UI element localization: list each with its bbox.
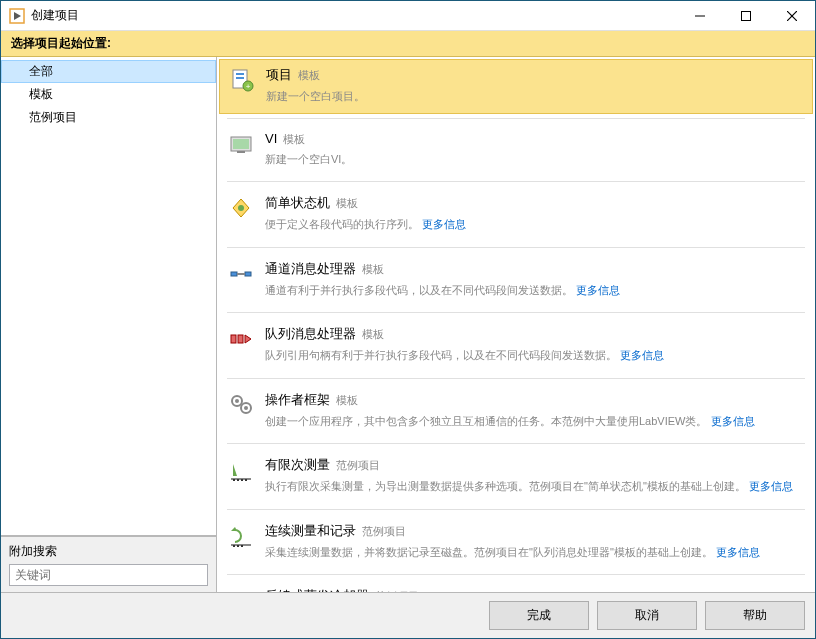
- sidebar: 全部模板范例项目 附加搜索: [1, 57, 217, 592]
- svg-rect-11: [233, 139, 249, 149]
- separator: [227, 118, 805, 119]
- sidebar-tree: 全部模板范例项目: [1, 57, 216, 536]
- item-description: 执行有限次采集测量，为导出测量数据提供多种选项。范例项目在"简单状态机"模板的基…: [265, 478, 805, 495]
- item-description: 创建一个应用程序，其中包含多个独立且互相通信的任务。本范例中大量使用LabVIE…: [265, 413, 805, 430]
- item-title: 连续测量和记录: [265, 523, 356, 538]
- template-list[interactable]: +项目模板新建一个空白项目。VI模板新建一个空白VI。简单状态机模板便于定义各段…: [217, 57, 815, 592]
- project-icon: +: [228, 66, 256, 94]
- more-info-link[interactable]: 更多信息: [620, 349, 664, 361]
- item-title: 操作者框架: [265, 392, 330, 407]
- item-title: VI: [265, 131, 277, 146]
- sidebar-item-2[interactable]: 范例项目: [1, 106, 216, 129]
- item-title: 简单状态机: [265, 195, 330, 210]
- svg-rect-12: [237, 151, 245, 153]
- item-description: 采集连续测量数据，并将数据记录至磁盘。范例项目在"队列消息处理器"模板的基础上创…: [265, 544, 805, 561]
- svg-rect-28: [245, 479, 247, 481]
- svg-rect-2: [742, 11, 751, 20]
- svg-rect-19: [238, 335, 243, 343]
- sidebar-search-panel: 附加搜索: [1, 536, 216, 592]
- more-info-link[interactable]: 更多信息: [711, 415, 755, 427]
- maximize-button[interactable]: [723, 1, 769, 30]
- more-info-link[interactable]: 更多信息: [716, 546, 760, 558]
- more-info-link[interactable]: 更多信息: [422, 218, 466, 230]
- svg-point-23: [244, 406, 248, 410]
- item-title: 有限次测量: [265, 457, 330, 472]
- separator: [227, 574, 805, 575]
- close-button[interactable]: [769, 1, 815, 30]
- separator: [227, 443, 805, 444]
- finish-button[interactable]: 完成: [489, 601, 589, 630]
- item-description: 便于定义各段代码的执行序列。 更多信息: [265, 216, 805, 233]
- svg-rect-18: [231, 335, 236, 343]
- search-label: 附加搜索: [9, 543, 208, 560]
- item-category: 模板: [336, 394, 358, 406]
- item-description: 通道有利于并行执行多段代码，以及在不同代码段间发送数据。 更多信息: [265, 282, 805, 299]
- item-description: 新建一个空白项目。: [266, 88, 804, 105]
- app-icon: [9, 8, 25, 24]
- separator: [227, 181, 805, 182]
- item-category: 范例项目: [336, 459, 380, 471]
- item-category: 模板: [362, 263, 384, 275]
- list-item[interactable]: +项目模板新建一个空白项目。: [219, 59, 813, 114]
- separator: [227, 312, 805, 313]
- list-item[interactable]: 有限次测量范例项目执行有限次采集测量，为导出测量数据提供多种选项。范例项目在"简…: [217, 448, 815, 505]
- titlebar: 创建项目: [1, 1, 815, 31]
- actor-icon: [227, 391, 255, 419]
- separator: [227, 509, 805, 510]
- svg-rect-15: [231, 272, 237, 276]
- list-item[interactable]: VI模板新建一个空白VI。: [217, 123, 815, 178]
- finite-icon: [227, 456, 255, 484]
- svg-text:+: +: [246, 82, 251, 91]
- list-item[interactable]: 队列消息处理器模板队列引用句柄有利于并行执行多段代码，以及在不同代码段间发送数据…: [217, 317, 815, 374]
- cancel-button[interactable]: 取消: [597, 601, 697, 630]
- list-item[interactable]: 通道消息处理器模板通道有利于并行执行多段代码，以及在不同代码段间发送数据。 更多…: [217, 252, 815, 309]
- svg-rect-27: [241, 479, 243, 481]
- vi-icon: [227, 131, 255, 159]
- continuous-icon: [227, 522, 255, 550]
- item-description: 队列引用句柄有利于并行执行多段代码，以及在不同代码段间发送数据。 更多信息: [265, 347, 805, 364]
- item-title: 通道消息处理器: [265, 261, 356, 276]
- more-info-link[interactable]: 更多信息: [576, 284, 620, 296]
- search-input[interactable]: [9, 564, 208, 586]
- window-title: 创建项目: [31, 7, 677, 24]
- item-title: 项目: [266, 67, 292, 82]
- footer: 完成 取消 帮助: [1, 592, 815, 638]
- queue-icon: [227, 325, 255, 353]
- list-item[interactable]: 反馈式蒸发冷却器范例项目实现一个带有热交换硬件、控制器，以及用户界面的蒸发冷却器…: [217, 579, 815, 592]
- channel-icon: [227, 260, 255, 288]
- svg-rect-6: [236, 73, 244, 75]
- item-category: 模板: [336, 197, 358, 209]
- svg-point-21: [235, 399, 239, 403]
- main-panel: +项目模板新建一个空白项目。VI模板新建一个空白VI。简单状态机模板便于定义各段…: [217, 57, 815, 592]
- statemachine-icon: [227, 194, 255, 222]
- item-category: 模板: [362, 328, 384, 340]
- more-info-link[interactable]: 更多信息: [749, 480, 793, 492]
- item-title: 队列消息处理器: [265, 326, 356, 341]
- svg-rect-25: [233, 479, 235, 481]
- svg-rect-31: [237, 545, 239, 547]
- svg-rect-7: [236, 77, 244, 79]
- svg-rect-16: [245, 272, 251, 276]
- svg-rect-32: [241, 545, 243, 547]
- list-item[interactable]: 连续测量和记录范例项目采集连续测量数据，并将数据记录至磁盘。范例项目在"队列消息…: [217, 514, 815, 571]
- separator: [227, 378, 805, 379]
- item-category: 模板: [298, 69, 320, 81]
- svg-point-14: [238, 205, 244, 211]
- svg-rect-30: [233, 545, 235, 547]
- sidebar-item-1[interactable]: 模板: [1, 83, 216, 106]
- item-description: 新建一个空白VI。: [265, 151, 805, 168]
- dialog-window: 创建项目 选择项目起始位置: 全部模板范例项目 附加搜索 +项目模板新建一个空白…: [0, 0, 816, 639]
- item-category: 模板: [283, 133, 305, 145]
- separator: [227, 247, 805, 248]
- help-button[interactable]: 帮助: [705, 601, 805, 630]
- svg-rect-26: [237, 479, 239, 481]
- item-category: 范例项目: [362, 525, 406, 537]
- subtitle-bar: 选择项目起始位置:: [1, 31, 815, 57]
- list-item[interactable]: 简单状态机模板便于定义各段代码的执行序列。 更多信息: [217, 186, 815, 243]
- list-item[interactable]: 操作者框架模板创建一个应用程序，其中包含多个独立且互相通信的任务。本范例中大量使…: [217, 383, 815, 440]
- minimize-button[interactable]: [677, 1, 723, 30]
- sidebar-item-0[interactable]: 全部: [1, 60, 216, 83]
